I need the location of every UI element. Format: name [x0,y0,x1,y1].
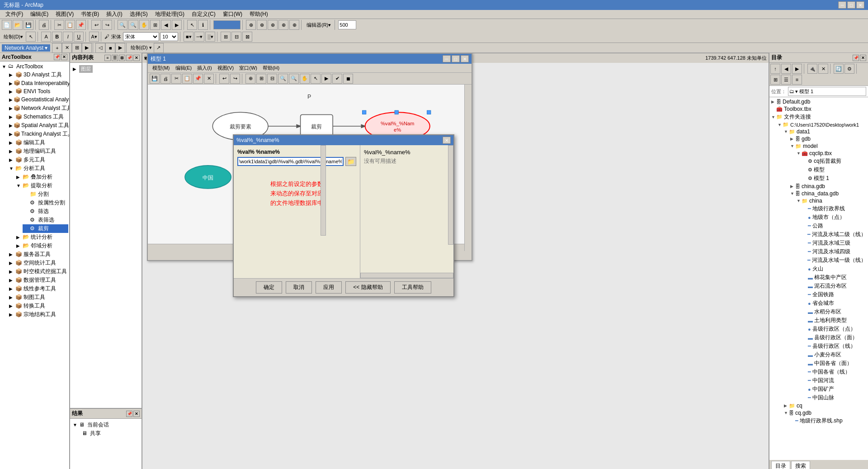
na-stop[interactable]: ■ [105,43,115,53]
cat-river3[interactable]: ━ 河流及水域三级 [802,239,867,247]
model-close-btn[interactable]: ✕ [461,55,469,62]
model-tb-zoom-in[interactable]: 🔍 [278,74,288,84]
arctoolbox-close[interactable]: ✕ [61,54,67,60]
cat-china-river[interactable]: ━ 中国河流 [802,376,867,385]
menu-customize[interactable]: 自定义(C) [188,9,219,19]
tree-data-interop[interactable]: ▶ 📦 Data Interoperability Too [8,79,68,87]
tree-arctoolbox-root[interactable]: ▼ 🗂 ArcToolbox [1,62,68,71]
model-min-btn[interactable]: ─ [443,55,451,62]
cat-folder-conn[interactable]: ▼ 📁 文件夹连接 [770,113,867,121]
layer-item[interactable]: ▶ 图层 [72,65,140,73]
menu-insert[interactable]: 插入(I) [103,9,126,19]
na-route[interactable]: ◁ [95,43,105,53]
italic-tool[interactable]: I [63,32,73,42]
draw-arrow[interactable]: ↗ [154,43,164,53]
na-solve[interactable]: ▶ [115,43,125,53]
close-button[interactable]: ✕ [856,1,864,9]
cat-model[interactable]: ▼ 📁 model [789,142,867,150]
tree-split-attr[interactable]: ⚙ 按属性分割 [23,199,68,207]
catalog-pin[interactable]: 📌 [853,55,859,61]
menu-help[interactable]: 帮助(H) [246,9,272,19]
model-tb-select[interactable]: ↖ [311,74,321,84]
info-btn[interactable]: ℹ [198,20,208,30]
cat-tb-connect[interactable]: 🔌 [807,64,817,74]
cat-rice[interactable]: ▬ 水稻分布区 [802,308,867,316]
dialog-bottom-scrollbar[interactable] [360,273,453,278]
tool1[interactable]: ⊕ [246,20,256,30]
network-analyst-label[interactable]: Network Analyst ▾ [2,44,50,52]
tree-cartography[interactable]: ▶ 📦 制图工具 [8,293,68,302]
print-btn[interactable]: 🖨 [39,20,49,30]
content-toolbar-btn2[interactable]: ☰ [112,55,118,61]
full-extent-btn[interactable]: ⊞ [150,20,160,30]
cat-river1[interactable]: ━ 河流及水域一级（线） [802,256,867,265]
tree-linear-ref[interactable]: ▶ 📦 线性参考工具 [8,284,68,293]
pan-btn[interactable]: ✋ [139,20,149,30]
tree-stats[interactable]: ▶ 📂 统计分析 [15,233,68,242]
cat-model1-tool[interactable]: ⚙ 模型 1 [802,174,867,183]
cat-china-folder[interactable]: ▼ 📁 china [796,197,867,204]
model-tb-paste[interactable]: 📌 [193,74,203,84]
dialog-scrollbar-v[interactable] [321,145,326,236]
share-label[interactable]: 🖥 共享 [81,429,140,438]
model-menu-view[interactable]: 视图(V) [215,64,237,72]
tree-space-time[interactable]: ▶ 📦 时空模式挖掘工具 [8,267,68,276]
tool5[interactable]: ⊕ [289,20,299,30]
cat-tb-disconnect[interactable]: ✕ [818,64,828,74]
tree-tracking[interactable]: ▶ 📦 Tracking Analyst 工具 [8,130,68,138]
results-pin[interactable]: 📌 [126,411,132,417]
model-tb-stop[interactable]: ⏹ [343,74,353,84]
tree-network-analyst[interactable]: ▶ 📦 Network Analyst 工具 [8,104,68,113]
model-tb-print[interactable]: 🖨 [160,74,170,84]
tree-3d-analyst[interactable]: ▶ 📦 3D Analyst 工具 [8,71,68,79]
underline-tool[interactable]: U [74,32,84,42]
align-left[interactable]: ⊞ [221,32,231,42]
model-menu-help[interactable]: 帮助(H) [260,64,282,72]
new-btn[interactable]: 📄 [2,20,12,30]
catalog-close[interactable]: ✕ [860,55,866,61]
cat-tb-refresh[interactable]: 🔄 [834,64,844,74]
model-tb-copy[interactable]: 📋 [182,74,192,84]
cat-mudflow[interactable]: ▬ 泥石流分布区 [802,282,867,290]
draw-shadow[interactable]: ░▾ [205,32,215,42]
align-right[interactable]: ⊠ [242,32,252,42]
arctoolbox-pin[interactable]: 📌 [54,54,60,60]
fontsize-select[interactable]: 10 [160,32,178,41]
cat-province-poly[interactable]: ▬ 中国各省（面） [802,359,867,368]
content-toolbar-btn3[interactable]: ⊞ [119,55,125,61]
draw-line[interactable]: ─▾ [194,32,204,42]
content-toolbar-btn1[interactable]: ≡ [104,55,111,61]
draw-fill[interactable]: ■▾ [184,32,193,42]
dialog-tool-help-btn[interactable]: 工具帮助 [394,281,431,294]
content-pin[interactable]: 📌 [126,55,132,61]
tree-conversion[interactable]: ▶ 📦 转换工具 [8,302,68,310]
menu-geoprocess[interactable]: 地理处理(G) [151,9,188,19]
cat-dj-boundary[interactable]: ━ 地级行政界线 [802,204,867,213]
zoom-in-btn[interactable]: 🔍 [118,20,127,30]
tool3[interactable]: ⊕ [268,20,278,30]
forward-btn[interactable]: ▶ [172,20,182,30]
cat-work1[interactable]: ▼ 📁 C:\Users\17520\Desktop\work1 [777,121,867,128]
tool2[interactable]: ⊕ [257,20,267,30]
undo-btn[interactable]: ↩ [91,20,101,30]
tree-extract[interactable]: ▼ 📂 提取分析 [15,181,68,190]
open-btn[interactable]: 📂 [13,20,23,30]
cat-tb-details[interactable]: ≡ [792,75,802,85]
tree-edit[interactable]: ▶ 📦 编辑工具 [8,138,68,147]
dialog-right-scrollbar[interactable] [448,145,453,245]
dialog-close-btn[interactable]: ✕ [443,137,451,144]
cut-btn[interactable]: ✂ [54,20,64,30]
cat-county-line[interactable]: ━ 县级行政区（线） [802,342,867,351]
results-close[interactable]: ✕ [133,411,140,417]
tree-parcel[interactable]: ▶ 📦 宗地结构工具 [8,310,68,319]
cat-landuse[interactable]: ▬ 土地利用类型 [802,316,867,325]
tree-server[interactable]: ▶ 📦 服务器工具 [8,250,68,259]
select-btn[interactable]: ↖ [187,20,197,30]
cat-county-pt[interactable]: ● 县级行政区（点） [802,325,867,333]
cat-county-poly[interactable]: ▬ 县级行政区（面） [802,333,867,342]
tab-search[interactable]: 搜索 [791,461,810,469]
location-value[interactable]: 🗂 ▾ 模型 1 [788,87,866,96]
na-btn4[interactable]: ▶ [82,43,92,53]
tree-clip[interactable]: ⚙ 裁剪 [23,224,68,233]
model-max-btn[interactable]: □ [452,55,460,62]
